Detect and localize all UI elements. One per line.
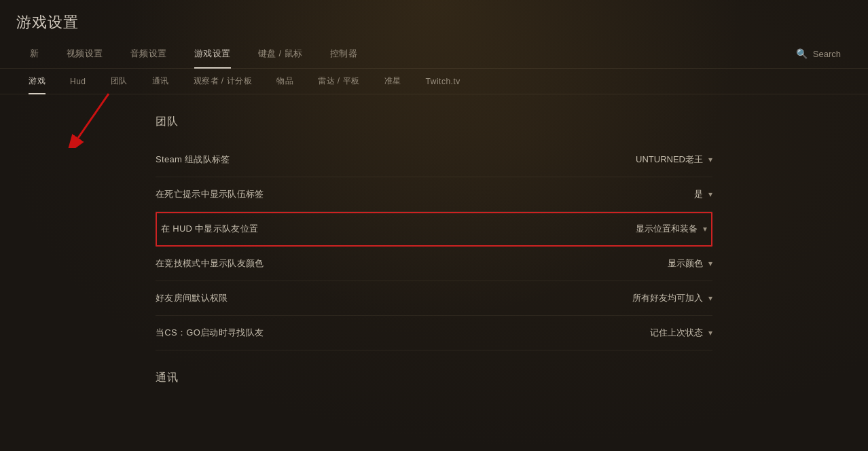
settings-list: Steam 组战队标签 UNTURNED老王 ▾ 在死亡提示中显示队伍标签 是 …	[156, 143, 712, 350]
search-label: Search	[813, 49, 841, 59]
death-tag-chevron: ▾	[708, 190, 712, 199]
top-nav: 新 视频设置 音频设置 游戏设置 键盘 / 鼠标 控制器 🔍 Search	[0, 39, 868, 69]
death-tag-text: 是	[694, 188, 703, 200]
content-area: 团队 Steam 组战队标签 UNTURNED老王 ▾ 在死亡提示中显示队伍标签…	[128, 94, 740, 405]
search-box[interactable]: 🔍 Search	[785, 43, 852, 65]
team-color-value[interactable]: 显示颜色 ▾	[668, 257, 712, 270]
hud-team-pos-text: 显示位置和装备	[636, 223, 698, 235]
team-color-label: 在竞技模式中显示队友颜色	[156, 257, 264, 270]
hud-team-pos-value[interactable]: 显示位置和装备 ▾	[636, 223, 707, 235]
setting-row-friend-room: 好友房间默认权限 所有好友均可加入 ▾	[156, 281, 712, 316]
setting-row-death-tag: 在死亡提示中显示队伍标签 是 ▾	[156, 177, 712, 212]
setting-row-steam-team-tag: Steam 组战队标签 UNTURNED老王 ▾	[156, 143, 712, 177]
nav-item-video[interactable]: 视频设置	[53, 39, 117, 68]
sub-nav-team[interactable]: 团队	[98, 69, 140, 94]
setting-row-find-team: 当CS：GO启动时寻找队友 记住上次状态 ▾	[156, 316, 712, 350]
find-team-chevron: ▾	[708, 328, 712, 338]
red-arrow-indicator	[65, 87, 119, 148]
svg-line-1	[78, 94, 109, 138]
steam-team-tag-text: UNTURNED老王	[636, 154, 703, 166]
find-team-text: 记住上次状态	[650, 327, 703, 339]
setting-row-team-color: 在竞技模式中显示队友颜色 显示颜色 ▾	[156, 247, 712, 281]
friend-room-chevron: ▾	[708, 293, 712, 303]
steam-team-tag-chevron: ▾	[708, 155, 712, 164]
sub-nav-observer[interactable]: 观察者 / 计分板	[181, 69, 265, 94]
sub-nav-hud[interactable]: Hud	[58, 70, 98, 93]
nav-item-controller[interactable]: 控制器	[317, 39, 372, 68]
death-tag-label: 在死亡提示中显示队伍标签	[156, 188, 264, 200]
nav-item-keyboard[interactable]: 键盘 / 鼠标	[245, 39, 317, 68]
friend-room-label: 好友房间默认权限	[156, 292, 228, 304]
sub-nav-crosshair[interactable]: 准星	[372, 69, 414, 94]
death-tag-value[interactable]: 是 ▾	[694, 188, 712, 200]
sub-nav: 游戏 Hud 团队 通讯 观察者 / 计分板 物品 雷达 / 平板 准星 Twi…	[0, 69, 868, 94]
team-color-chevron: ▾	[708, 259, 712, 268]
page-container: 游戏设置 新 视频设置 音频设置 游戏设置 键盘 / 鼠标 控制器 🔍 Sear…	[0, 0, 868, 451]
steam-team-tag-label: Steam 组战队标签	[156, 154, 230, 166]
steam-team-tag-value[interactable]: UNTURNED老王 ▾	[636, 154, 712, 166]
sub-nav-comms[interactable]: 通讯	[140, 69, 181, 94]
comms-section-title: 通讯	[156, 371, 712, 385]
find-team-value[interactable]: 记住上次状态 ▾	[650, 327, 712, 339]
page-title: 游戏设置	[0, 0, 868, 39]
nav-item-new[interactable]: 新	[16, 39, 53, 68]
sub-nav-items[interactable]: 物品	[264, 69, 306, 94]
friend-room-text: 所有好友均可加入	[632, 292, 703, 304]
team-color-text: 显示颜色	[668, 257, 703, 270]
sub-nav-game[interactable]: 游戏	[16, 69, 58, 94]
team-section-title: 团队	[156, 115, 712, 129]
hud-team-pos-chevron: ▾	[703, 224, 707, 234]
sub-nav-radar[interactable]: 雷达 / 平板	[306, 69, 372, 94]
nav-item-audio[interactable]: 音频设置	[117, 39, 181, 68]
setting-row-hud-team-pos: 在 HUD 中显示队友位置 显示位置和装备 ▾	[156, 212, 712, 247]
find-team-label: 当CS：GO启动时寻找队友	[156, 327, 264, 339]
hud-team-pos-label: 在 HUD 中显示队友位置	[161, 223, 258, 235]
sub-nav-twitch[interactable]: Twitch.tv	[414, 70, 473, 93]
nav-item-game[interactable]: 游戏设置	[181, 39, 245, 68]
friend-room-value[interactable]: 所有好友均可加入 ▾	[632, 292, 712, 304]
search-icon: 🔍	[796, 48, 808, 59]
